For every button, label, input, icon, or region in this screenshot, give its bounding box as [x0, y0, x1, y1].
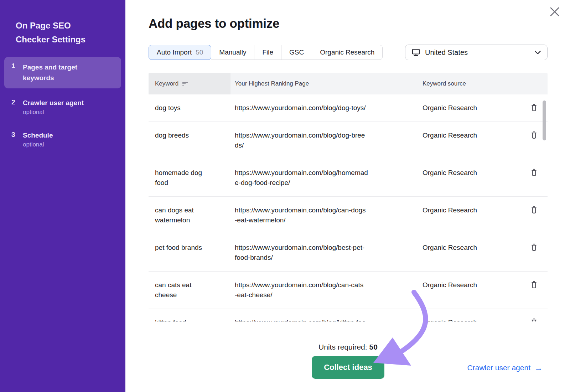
table-row: pet food brands https://www.yourdomain.c… [149, 234, 548, 272]
url-cell: https://www.yourdomain.com/blog/can-dogs… [230, 197, 419, 234]
url-cell: https://www.yourdomain.com/blog/best-pet… [230, 234, 419, 271]
add-pages-panel: Add pages to optimize Auto Import 50 Man… [125, 0, 570, 392]
step-number: 2 [11, 98, 19, 116]
footer: Units required:50 Collect ideas Crawler … [149, 343, 548, 379]
column-label: Keyword source [423, 80, 466, 87]
location-dropdown[interactable]: United States [405, 45, 548, 60]
tab-label: Auto Import [157, 48, 192, 56]
source-cell: Organic Research [419, 122, 520, 159]
trash-icon [530, 206, 538, 214]
steps-nav: 1 Pages and target keywords 2 Crawler us… [4, 57, 121, 153]
source-cell: Organic Research [419, 94, 520, 122]
source-cell: Organic Research [419, 197, 520, 234]
column-header-keyword[interactable]: Keyword [149, 73, 230, 94]
step-number: 3 [11, 131, 19, 148]
trash-icon [530, 131, 538, 139]
table-row: can cats eat cheese https://www.yourdoma… [149, 272, 548, 309]
trash-icon [530, 243, 538, 251]
keyword-cell: can cats eat cheese [149, 272, 230, 309]
delete-row-button[interactable] [530, 318, 538, 321]
column-header-actions [520, 73, 548, 94]
delete-row-button[interactable] [530, 169, 538, 176]
url-cell: https://www.yourdomain.com/blog/homemad … [230, 159, 419, 196]
delete-row-button[interactable] [530, 104, 538, 112]
url-cell: https://www.yourdomain.com/blog/dog-bree… [230, 122, 419, 159]
page-title: Add pages to optimize [149, 16, 548, 31]
units-required: Units required:50 [318, 343, 378, 351]
table-row: kitten food https://www.yourdomain.com/b… [149, 309, 548, 321]
sidebar-title: On Page SEO Checker Settings [16, 19, 105, 46]
tab-label: Organic Research [320, 48, 374, 56]
link-label: Crawler user agent [467, 363, 530, 372]
delete-row-button[interactable] [530, 243, 538, 251]
keyword-cell: homemade dog food [149, 159, 230, 196]
step-pages-and-keywords[interactable]: 1 Pages and target keywords [4, 57, 121, 88]
step-crawler-user-agent[interactable]: 2 Crawler user agent optional [4, 93, 121, 121]
tab-auto-import[interactable]: Auto Import 50 [149, 45, 211, 60]
step-label: Schedule [23, 131, 53, 140]
step-optional-label: optional [23, 109, 84, 116]
crawler-user-agent-link[interactable]: Crawler user agent → [467, 363, 543, 372]
tab-manually[interactable]: Manually [211, 45, 254, 60]
chevron-down-icon [535, 51, 541, 55]
step-text: Crawler user agent optional [23, 98, 84, 116]
right-arrow-icon: → [534, 364, 543, 372]
keyword-cell: kitten food [149, 309, 230, 321]
source-cell: Organic Research [419, 234, 520, 271]
tab-organic-research[interactable]: Organic Research [312, 45, 383, 60]
trash-icon [530, 169, 538, 176]
source-cell: Organic Research [419, 159, 520, 196]
location-value: United States [425, 48, 468, 57]
column-header-page: Your Highest Ranking Page [230, 73, 419, 94]
table-row: can dogs eat watermelon https://www.your… [149, 197, 548, 234]
source-cell: Organic Research [419, 272, 520, 309]
url-cell: https://www.yourdomain.com/blog/dog-toys… [230, 94, 419, 122]
units-value: 50 [369, 343, 378, 351]
keyword-cell: dog toys [149, 94, 230, 122]
controls-row: Auto Import 50 Manually File GSC Organic… [149, 45, 548, 60]
keywords-table: Keyword Your Highest Ranking Page Keywor… [149, 73, 548, 321]
step-label: Pages and target keywords [23, 62, 87, 83]
delete-row-button[interactable] [530, 206, 538, 214]
url-cell: https://www.yourdomain.com/blog/can-cats… [230, 272, 419, 309]
settings-sidebar: On Page SEO Checker Settings 1 Pages and… [0, 0, 125, 392]
collect-ideas-button[interactable]: Collect ideas [312, 356, 384, 379]
delete-row-button[interactable] [530, 131, 538, 139]
trash-icon [530, 318, 538, 321]
trash-icon [530, 104, 538, 112]
tab-label: Manually [219, 48, 246, 56]
monitor-icon [412, 48, 420, 56]
units-label: Units required: [318, 343, 367, 351]
tab-count-badge: 50 [196, 48, 203, 56]
tab-gsc[interactable]: GSC [281, 45, 312, 60]
source-cell: Organic Research [419, 309, 520, 321]
step-optional-label: optional [23, 141, 53, 148]
step-schedule[interactable]: 3 Schedule optional [4, 126, 121, 153]
table-row: dog toys https://www.yourdomain.com/blog… [149, 94, 548, 122]
keyword-cell: dog breeds [149, 122, 230, 159]
table-row: homemade dog food https://www.yourdomain… [149, 159, 548, 197]
step-number: 1 [11, 62, 19, 83]
delete-row-button[interactable] [530, 281, 538, 289]
tab-file[interactable]: File [254, 45, 281, 60]
keyword-cell: pet food brands [149, 234, 230, 271]
table-scrollbar[interactable] [543, 100, 546, 140]
table-header: Keyword Your Highest Ranking Page Keywor… [149, 73, 548, 94]
keyword-cell: can dogs eat watermelon [149, 197, 230, 234]
step-label: Crawler user agent [23, 98, 84, 108]
step-text: Schedule optional [23, 131, 53, 148]
import-tabs: Auto Import 50 Manually File GSC Organic… [149, 45, 383, 60]
table-row: dog breeds https://www.yourdomain.com/bl… [149, 122, 548, 159]
url-cell: https://www.yourdomain.com/blog/kitten-f… [230, 309, 419, 321]
close-icon [549, 6, 560, 17]
column-header-source: Keyword source [419, 73, 520, 94]
close-button[interactable] [548, 5, 561, 19]
sort-icon [182, 82, 188, 86]
column-label: Keyword [155, 80, 178, 87]
tab-label: File [262, 48, 273, 56]
trash-icon [530, 281, 538, 289]
tab-label: GSC [289, 48, 304, 56]
column-label: Your Highest Ranking Page [235, 80, 309, 87]
